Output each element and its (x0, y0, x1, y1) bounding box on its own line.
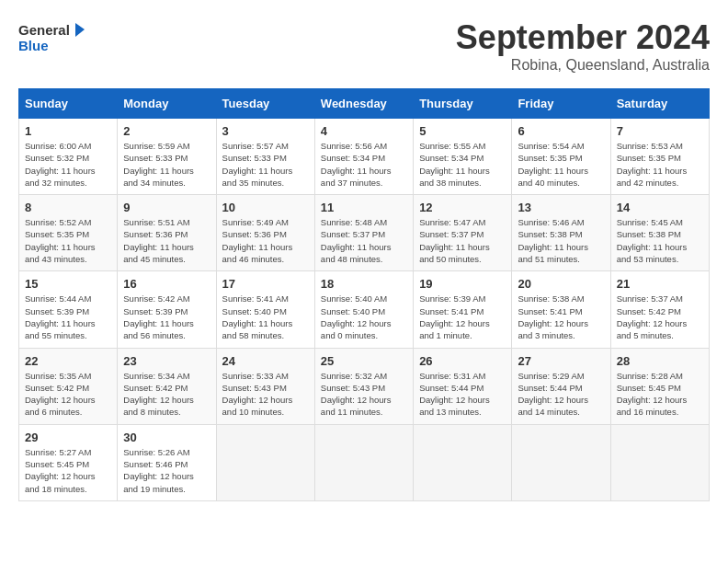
day-info: Sunrise: 5:33 AM Sunset: 5:43 PM Dayligh… (222, 370, 309, 419)
table-row: 9Sunrise: 5:51 AM Sunset: 5:36 PM Daylig… (118, 195, 216, 271)
day-number: 27 (518, 354, 604, 368)
day-number: 25 (321, 354, 407, 368)
table-row: 12Sunrise: 5:47 AM Sunset: 5:37 PM Dayli… (414, 195, 512, 271)
table-row: 15Sunrise: 5:44 AM Sunset: 5:39 PM Dayli… (19, 271, 118, 348)
table-row: 20Sunrise: 5:38 AM Sunset: 5:41 PM Dayli… (512, 271, 610, 348)
header-monday: Monday (118, 89, 216, 119)
table-row: 23Sunrise: 5:34 AM Sunset: 5:42 PM Dayli… (118, 348, 216, 424)
table-row: 4Sunrise: 5:56 AM Sunset: 5:34 PM Daylig… (314, 119, 413, 195)
table-row: 25Sunrise: 5:32 AM Sunset: 5:43 PM Dayli… (314, 348, 413, 424)
day-number: 16 (123, 277, 210, 291)
day-info: Sunrise: 5:32 AM Sunset: 5:43 PM Dayligh… (321, 370, 407, 419)
table-row: 10Sunrise: 5:49 AM Sunset: 5:36 PM Dayli… (216, 195, 314, 271)
day-info: Sunrise: 5:45 AM Sunset: 5:38 PM Dayligh… (617, 216, 703, 265)
day-info: Sunrise: 5:31 AM Sunset: 5:44 PM Dayligh… (419, 370, 506, 419)
day-number: 5 (419, 124, 506, 138)
table-row: 3Sunrise: 5:57 AM Sunset: 5:33 PM Daylig… (216, 119, 314, 195)
day-info: Sunrise: 5:44 AM Sunset: 5:39 PM Dayligh… (25, 293, 111, 341)
calendar-week-row: 8Sunrise: 5:52 AM Sunset: 5:35 PM Daylig… (19, 195, 710, 271)
table-row: 7Sunrise: 5:53 AM Sunset: 5:35 PM Daylig… (610, 119, 709, 195)
table-row: 5Sunrise: 5:55 AM Sunset: 5:34 PM Daylig… (414, 119, 512, 195)
day-info: Sunrise: 5:57 AM Sunset: 5:33 PM Dayligh… (222, 140, 309, 189)
table-row: 29Sunrise: 5:27 AM Sunset: 5:45 PM Dayli… (19, 424, 118, 500)
table-row: 2Sunrise: 5:59 AM Sunset: 5:33 PM Daylig… (118, 119, 216, 195)
table-row: 8Sunrise: 5:52 AM Sunset: 5:35 PM Daylig… (19, 195, 118, 271)
day-info: Sunrise: 5:59 AM Sunset: 5:33 PM Dayligh… (123, 140, 210, 189)
day-info: Sunrise: 5:56 AM Sunset: 5:34 PM Dayligh… (321, 140, 407, 189)
day-number: 23 (123, 354, 210, 368)
table-row: 1Sunrise: 6:00 AM Sunset: 5:32 PM Daylig… (19, 119, 118, 195)
day-info: Sunrise: 5:51 AM Sunset: 5:36 PM Dayligh… (123, 216, 210, 265)
calendar-week-row: 22Sunrise: 5:35 AM Sunset: 5:42 PM Dayli… (19, 348, 710, 424)
day-number: 29 (25, 431, 111, 444)
table-row: 19Sunrise: 5:39 AM Sunset: 5:41 PM Dayli… (414, 271, 512, 348)
day-number: 18 (321, 277, 407, 291)
location-title: Robina, Queensland, Australia (456, 57, 710, 74)
table-row: 24Sunrise: 5:33 AM Sunset: 5:43 PM Dayli… (216, 348, 314, 424)
day-info: Sunrise: 5:52 AM Sunset: 5:35 PM Dayligh… (25, 216, 111, 265)
day-number: 24 (222, 354, 309, 368)
day-number: 26 (419, 354, 506, 368)
calendar-week-row: 15Sunrise: 5:44 AM Sunset: 5:39 PM Dayli… (19, 271, 710, 348)
day-number: 10 (222, 201, 309, 214)
day-number: 4 (321, 124, 407, 138)
table-row: 11Sunrise: 5:48 AM Sunset: 5:37 PM Dayli… (314, 195, 413, 271)
table-row (414, 424, 512, 500)
logo: GeneralBlue (18, 18, 92, 55)
table-row: 27Sunrise: 5:29 AM Sunset: 5:44 PM Dayli… (512, 348, 610, 424)
day-info: Sunrise: 5:53 AM Sunset: 5:35 PM Dayligh… (617, 140, 703, 189)
table-row (216, 424, 314, 500)
day-number: 11 (321, 201, 407, 214)
header-wednesday: Wednesday (314, 89, 413, 119)
day-info: Sunrise: 5:39 AM Sunset: 5:41 PM Dayligh… (419, 293, 506, 341)
day-number: 17 (222, 277, 309, 291)
day-number: 22 (25, 354, 111, 368)
day-info: Sunrise: 6:00 AM Sunset: 5:32 PM Dayligh… (25, 140, 111, 189)
day-info: Sunrise: 5:34 AM Sunset: 5:42 PM Dayligh… (123, 370, 210, 419)
day-number: 30 (123, 431, 210, 444)
table-row: 14Sunrise: 5:45 AM Sunset: 5:38 PM Dayli… (610, 195, 709, 271)
table-row (610, 424, 709, 500)
calendar-week-row: 1Sunrise: 6:00 AM Sunset: 5:32 PM Daylig… (19, 119, 710, 195)
svg-text:General: General (18, 22, 70, 38)
day-info: Sunrise: 5:54 AM Sunset: 5:35 PM Dayligh… (518, 140, 604, 189)
header-friday: Friday (512, 89, 610, 119)
day-number: 21 (617, 277, 703, 291)
table-row (314, 424, 413, 500)
day-info: Sunrise: 5:47 AM Sunset: 5:37 PM Dayligh… (419, 216, 506, 265)
day-info: Sunrise: 5:55 AM Sunset: 5:34 PM Dayligh… (419, 140, 506, 189)
day-number: 3 (222, 124, 309, 138)
calendar-header-row: Sunday Monday Tuesday Wednesday Thursday… (19, 89, 710, 119)
calendar-body: 1Sunrise: 6:00 AM Sunset: 5:32 PM Daylig… (19, 119, 710, 501)
table-row: 18Sunrise: 5:40 AM Sunset: 5:40 PM Dayli… (314, 271, 413, 348)
day-number: 13 (518, 201, 604, 214)
day-number: 12 (419, 201, 506, 214)
header-thursday: Thursday (414, 89, 512, 119)
header-tuesday: Tuesday (216, 89, 314, 119)
table-row: 22Sunrise: 5:35 AM Sunset: 5:42 PM Dayli… (19, 348, 118, 424)
day-number: 1 (25, 124, 111, 138)
day-number: 2 (123, 124, 210, 138)
day-info: Sunrise: 5:38 AM Sunset: 5:41 PM Dayligh… (518, 293, 604, 341)
table-row: 16Sunrise: 5:42 AM Sunset: 5:39 PM Dayli… (118, 271, 216, 348)
table-row (512, 424, 610, 500)
svg-text:Blue: Blue (18, 38, 49, 53)
calendar-table: Sunday Monday Tuesday Wednesday Thursday… (18, 88, 710, 501)
header-sunday: Sunday (19, 89, 118, 119)
day-info: Sunrise: 5:28 AM Sunset: 5:45 PM Dayligh… (617, 370, 703, 419)
table-row: 26Sunrise: 5:31 AM Sunset: 5:44 PM Dayli… (414, 348, 512, 424)
day-info: Sunrise: 5:46 AM Sunset: 5:38 PM Dayligh… (518, 216, 604, 265)
day-number: 7 (617, 124, 703, 138)
table-row: 28Sunrise: 5:28 AM Sunset: 5:45 PM Dayli… (610, 348, 709, 424)
table-row: 30Sunrise: 5:26 AM Sunset: 5:46 PM Dayli… (118, 424, 216, 500)
day-info: Sunrise: 5:40 AM Sunset: 5:40 PM Dayligh… (321, 293, 407, 341)
day-info: Sunrise: 5:49 AM Sunset: 5:36 PM Dayligh… (222, 216, 309, 265)
day-info: Sunrise: 5:48 AM Sunset: 5:37 PM Dayligh… (321, 216, 407, 265)
day-info: Sunrise: 5:37 AM Sunset: 5:42 PM Dayligh… (617, 293, 703, 341)
header-saturday: Saturday (610, 89, 709, 119)
month-title: September 2024 (456, 18, 710, 57)
day-number: 14 (617, 201, 703, 214)
table-row: 6Sunrise: 5:54 AM Sunset: 5:35 PM Daylig… (512, 119, 610, 195)
day-number: 28 (617, 354, 703, 368)
table-row: 17Sunrise: 5:41 AM Sunset: 5:40 PM Dayli… (216, 271, 314, 348)
